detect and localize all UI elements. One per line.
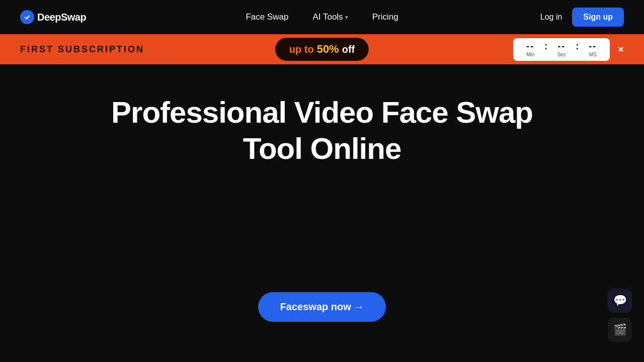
promo-off-text: off	[342, 44, 355, 55]
promo-subscription-text: FIRST SUBSCRIPTION	[20, 44, 144, 55]
floating-widgets: 💬 🎬	[608, 289, 632, 342]
timer-seconds: -- Sec	[552, 41, 571, 57]
timer-sep-2: :	[576, 41, 579, 52]
timer-sec-label: Sec	[557, 52, 566, 57]
logo-icon	[20, 10, 34, 24]
promo-right: -- Min : -- Sec : -- MS ×	[513, 38, 624, 61]
nav-pricing[interactable]: Pricing	[372, 12, 398, 22]
timer-sec-digits: --	[557, 41, 566, 52]
countdown-timer: -- Min : -- Sec : -- MS	[513, 38, 610, 61]
timer-ms-label: MS	[589, 52, 597, 57]
svg-point-0	[23, 13, 32, 22]
promo-banner: FIRST SUBSCRIPTION up to 50% off -- Min …	[0, 34, 644, 64]
nav-ai-tools[interactable]: AI Tools ▾	[312, 12, 348, 22]
nav-links: Face Swap AI Tools ▾ Pricing	[246, 12, 398, 22]
brand-logo[interactable]: DeepSwap	[20, 10, 86, 24]
promo-up-to-text: up to	[289, 44, 314, 55]
navbar-actions: Log in Sign up	[540, 8, 624, 27]
promo-offer-pill: up to 50% off	[275, 38, 369, 61]
promo-close-button[interactable]: ×	[618, 44, 624, 54]
chat-icon: 💬	[613, 294, 627, 307]
nav-face-swap[interactable]: Face Swap	[246, 12, 288, 22]
promo-percent-text: 50%	[317, 43, 339, 56]
ai-tools-chevron-icon: ▾	[345, 14, 348, 21]
navbar: DeepSwap Face Swap AI Tools ▾ Pricing Lo…	[0, 0, 644, 34]
promo-left: FIRST SUBSCRIPTION	[20, 44, 144, 55]
signup-button[interactable]: Sign up	[572, 8, 624, 27]
timer-sep-1: :	[544, 41, 547, 52]
timer-min-label: Min	[526, 52, 534, 57]
hero-section: Professional Video Face Swap Tool Online…	[0, 64, 644, 362]
dark-widget-button[interactable]: 🎬	[608, 318, 632, 342]
promo-center: up to 50% off	[275, 38, 369, 61]
login-button[interactable]: Log in	[540, 13, 562, 22]
timer-milliseconds: -- MS	[584, 41, 602, 57]
timer-ms-digits: --	[589, 41, 597, 52]
hero-title: Professional Video Face Swap Tool Online	[96, 95, 548, 167]
timer-minutes: -- Min	[521, 41, 539, 57]
brand-name: DeepSwap	[37, 12, 86, 23]
timer-min-digits: --	[526, 41, 534, 52]
faceswap-now-button[interactable]: Faceswap now →	[258, 292, 386, 322]
chat-widget-button[interactable]: 💬	[608, 289, 632, 313]
dark-icon: 🎬	[613, 323, 627, 336]
